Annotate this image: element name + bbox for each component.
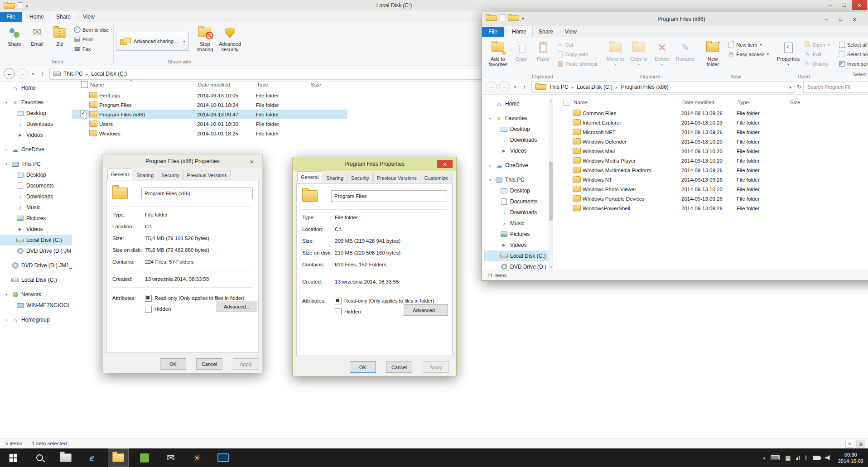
breadcrumb-local-disk[interactable]: Local Disk (C:) bbox=[577, 84, 612, 90]
select-all-checkbox[interactable] bbox=[564, 99, 570, 106]
sidebar-item-pictures[interactable]: Pictures bbox=[0, 213, 72, 224]
taskbar-internet-explorer-button[interactable]: e bbox=[82, 448, 102, 467]
volume-icon[interactable] bbox=[825, 455, 831, 461]
expander-icon[interactable] bbox=[5, 148, 11, 152]
column-header-name[interactable]: Name bbox=[89, 82, 197, 87]
breadcrumb-this-pc[interactable]: This PC bbox=[63, 71, 83, 77]
tab-general[interactable]: General bbox=[297, 171, 322, 183]
battery-icon[interactable] bbox=[813, 456, 820, 460]
column-header-date[interactable]: Date modified bbox=[197, 82, 256, 87]
sidebar-item-music[interactable]: Music bbox=[484, 218, 549, 229]
tab-sharing[interactable]: Sharing bbox=[133, 170, 157, 180]
copy-button[interactable]: Copy bbox=[511, 39, 532, 74]
paste-shortcut-button[interactable]: Paste shortcut bbox=[555, 59, 599, 68]
tab-share[interactable]: Share bbox=[50, 11, 77, 22]
print-button[interactable]: Print bbox=[72, 34, 111, 44]
search-input[interactable] bbox=[806, 84, 868, 90]
sidebar-item-local-disk-2[interactable]: Local Disk (C:) bbox=[0, 274, 72, 285]
forward-button[interactable]: → bbox=[499, 81, 510, 92]
sidebar-scrollbar[interactable]: ▴ ▾ bbox=[549, 98, 553, 270]
sidebar-item-dvd-drive[interactable]: DVD Drive (D:) JM bbox=[0, 246, 72, 256]
column-header-type[interactable]: Type bbox=[737, 100, 789, 105]
sidebar-item-this-pc[interactable]: This PC bbox=[484, 174, 549, 185]
expander-icon[interactable] bbox=[5, 293, 11, 297]
sidebar-item-favorites[interactable]: Favorites bbox=[484, 113, 549, 124]
file-row[interactable]: Users2014-10-01 18:30File folder bbox=[72, 119, 347, 129]
sidebar-item-network-pc[interactable]: WIN-MF7NGIOGL bbox=[0, 300, 72, 311]
action-center-icon[interactable] bbox=[785, 454, 791, 461]
minimize-button[interactable] bbox=[820, 14, 833, 24]
sidebar-item-music[interactable]: Music bbox=[0, 202, 72, 213]
easy-access-button[interactable]: Easy access bbox=[725, 49, 771, 59]
new-folder-button[interactable]: New folder bbox=[701, 39, 724, 74]
share-button[interactable]: Share bbox=[4, 24, 25, 59]
file-row[interactable]: Windows Portable Devices2014-09-13 09:26… bbox=[555, 194, 825, 203]
ok-button[interactable]: OK bbox=[350, 361, 376, 373]
readonly-checkbox[interactable] bbox=[335, 298, 342, 304]
taskbar-green-app-button[interactable] bbox=[134, 448, 155, 467]
move-to-button[interactable]: Move to bbox=[604, 39, 627, 74]
tab-file[interactable]: File bbox=[482, 27, 504, 37]
column-header-size[interactable]: Size bbox=[789, 100, 816, 105]
tab-sharing[interactable]: Sharing bbox=[323, 173, 347, 183]
advanced-button[interactable]: Advanced... bbox=[217, 301, 257, 312]
tab-security[interactable]: Security bbox=[158, 170, 183, 180]
tab-view[interactable]: View bbox=[559, 27, 583, 37]
taskbar-libraries-button[interactable] bbox=[55, 448, 76, 467]
close-button[interactable] bbox=[437, 160, 453, 168]
network-icon[interactable] bbox=[796, 456, 800, 460]
new-item-button[interactable]: New item bbox=[725, 40, 771, 49]
taskbar-photos-button[interactable] bbox=[187, 448, 207, 467]
advanced-button[interactable]: Advanced... bbox=[404, 304, 448, 316]
address-dropdown-icon[interactable] bbox=[789, 84, 791, 90]
select-all-button[interactable]: Select all bbox=[836, 40, 868, 49]
touch-keyboard-icon[interactable] bbox=[771, 454, 781, 462]
name-field[interactable]: Program Files bbox=[331, 190, 447, 202]
dialog-titlebar[interactable]: Program Files Properties bbox=[293, 157, 456, 171]
cancel-button[interactable]: Cancel bbox=[196, 358, 222, 370]
minimize-button[interactable] bbox=[824, 0, 837, 10]
file-row[interactable]: PerfLogs2014-09-13 10:05File folder bbox=[72, 91, 347, 100]
add-to-favorites-button[interactable]: Add to favorites bbox=[486, 39, 510, 74]
taskbar-search-button[interactable] bbox=[29, 448, 50, 467]
advanced-sharing-button[interactable]: Advanced sharing... bbox=[116, 32, 189, 51]
fax-button[interactable]: Fax bbox=[72, 44, 111, 53]
close-button[interactable] bbox=[848, 14, 861, 24]
history-button[interactable]: History bbox=[802, 59, 832, 68]
dialog-titlebar[interactable]: Program Files (x86) Properties bbox=[103, 154, 262, 168]
file-row[interactable]: Windows Defender2014-09-13 10:20File fol… bbox=[555, 137, 825, 146]
main-titlebar[interactable]: Local Disk (C:) bbox=[0, 0, 868, 11]
breadcrumb-local-disk[interactable]: Local Disk (C:) bbox=[91, 71, 127, 77]
sidebar-item-videos[interactable]: Videos bbox=[484, 240, 549, 250]
file-row[interactable]: Common Files2014-09-13 09:26File folder bbox=[555, 108, 825, 118]
file-row[interactable]: WindowsPowerShell2014-09-13 09:26File fo… bbox=[555, 203, 825, 213]
sidebar-item-videos[interactable]: Videos bbox=[484, 145, 549, 156]
name-field[interactable]: Program Files (x86) bbox=[141, 188, 253, 199]
row-checkbox[interactable] bbox=[80, 111, 87, 117]
hidden-checkbox[interactable] bbox=[145, 306, 152, 313]
sidebar-item-favorites[interactable]: Favorites bbox=[0, 97, 72, 108]
taskbar-mail-button[interactable] bbox=[160, 448, 181, 467]
sidebar-item-local-disk-c[interactable]: Local Disk (C:) bbox=[484, 250, 549, 261]
taskbar-file-explorer-button[interactable] bbox=[108, 448, 129, 467]
invert-selection-button[interactable]: Invert selection bbox=[836, 59, 868, 68]
tab-share[interactable]: Share bbox=[533, 27, 559, 37]
sidebar-item-this-pc[interactable]: This PC bbox=[0, 159, 72, 169]
file-row[interactable]: Windows Media Player2014-09-13 10:20File… bbox=[555, 156, 825, 165]
sidebar-item-downloads[interactable]: Downloads bbox=[0, 191, 72, 202]
taskbar-display-app-button[interactable] bbox=[213, 448, 234, 467]
file-row[interactable]: Microsoft.NET2014-09-13 09:26File folder bbox=[555, 127, 825, 137]
sidebar-item-desktop[interactable]: Desktop bbox=[0, 108, 72, 119]
rename-button[interactable]: Rename bbox=[674, 39, 696, 74]
recent-locations-icon[interactable]: ▾ bbox=[512, 85, 518, 89]
sidebar-item-pictures[interactable]: Pictures bbox=[484, 229, 549, 240]
refresh-icon[interactable] bbox=[797, 84, 801, 90]
tab-view[interactable]: View bbox=[77, 12, 101, 22]
open-button[interactable]: Open bbox=[802, 40, 832, 49]
copy-to-button[interactable]: Copy to bbox=[627, 39, 650, 74]
column-header-name[interactable]: Name bbox=[573, 100, 681, 105]
sidebar-item-documents[interactable]: Documents bbox=[484, 196, 549, 207]
tab-general[interactable]: General bbox=[107, 169, 132, 180]
maximize-button[interactable] bbox=[834, 14, 847, 24]
sidebar-item-videos[interactable]: Videos bbox=[0, 130, 72, 140]
